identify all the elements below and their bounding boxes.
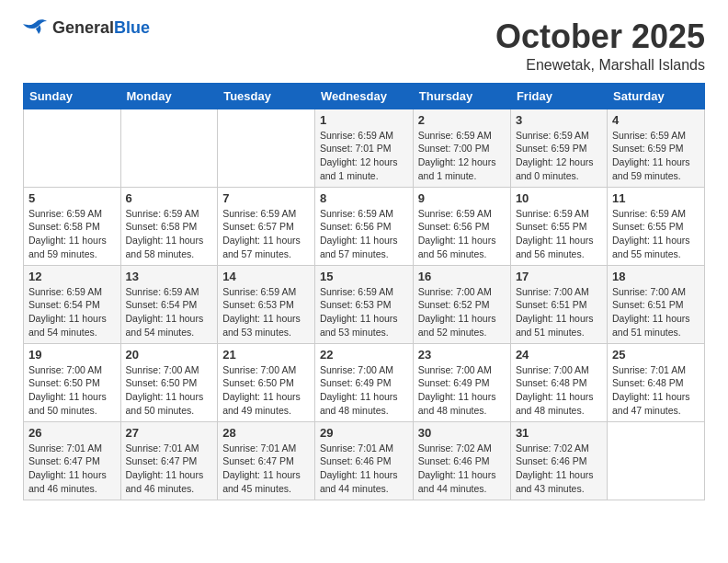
- day-info: Sunrise: 6:59 AM Sunset: 6:59 PM Dayligh…: [612, 129, 700, 183]
- calendar-body: 1Sunrise: 6:59 AM Sunset: 7:01 PM Daylig…: [24, 109, 705, 500]
- calendar-cell: 13Sunrise: 6:59 AM Sunset: 6:54 PM Dayli…: [120, 265, 218, 343]
- calendar-cell: 3Sunrise: 6:59 AM Sunset: 6:59 PM Daylig…: [510, 109, 607, 187]
- calendar-cell: 22Sunrise: 7:00 AM Sunset: 6:49 PM Dayli…: [314, 343, 413, 421]
- weekday-header-saturday: Saturday: [607, 83, 704, 109]
- day-number: 25: [612, 348, 700, 362]
- day-info: Sunrise: 6:59 AM Sunset: 6:58 PM Dayligh…: [126, 207, 213, 261]
- page-header: General Blue October 2025 Enewetak, Mars…: [23, 18, 705, 74]
- day-number: 23: [418, 348, 506, 362]
- day-number: 1: [320, 113, 408, 127]
- weekday-header-thursday: Thursday: [413, 83, 510, 109]
- day-info: Sunrise: 7:00 AM Sunset: 6:52 PM Dayligh…: [418, 285, 506, 339]
- logo: General Blue: [23, 18, 150, 39]
- location-title: Enewetak, Marshall Islands: [495, 57, 705, 74]
- day-info: Sunrise: 7:00 AM Sunset: 6:51 PM Dayligh…: [612, 285, 700, 339]
- calendar-cell: 17Sunrise: 7:00 AM Sunset: 6:51 PM Dayli…: [510, 265, 607, 343]
- weekday-header-monday: Monday: [120, 83, 218, 109]
- day-number: 3: [516, 113, 602, 127]
- calendar-cell: [24, 109, 121, 187]
- calendar-cell: 24Sunrise: 7:00 AM Sunset: 6:48 PM Dayli…: [510, 343, 607, 421]
- day-info: Sunrise: 6:59 AM Sunset: 6:56 PM Dayligh…: [320, 207, 408, 261]
- weekday-row: SundayMondayTuesdayWednesdayThursdayFrid…: [24, 83, 705, 109]
- day-number: 21: [222, 348, 310, 362]
- calendar-week-1: 1Sunrise: 6:59 AM Sunset: 7:01 PM Daylig…: [24, 109, 705, 187]
- day-info: Sunrise: 6:59 AM Sunset: 6:58 PM Dayligh…: [28, 207, 116, 261]
- day-number: 5: [28, 191, 116, 205]
- calendar-cell: 27Sunrise: 7:01 AM Sunset: 6:47 PM Dayli…: [120, 421, 218, 500]
- calendar-cell: 5Sunrise: 6:59 AM Sunset: 6:58 PM Daylig…: [24, 187, 121, 265]
- calendar-cell: [120, 109, 218, 187]
- day-info: Sunrise: 7:01 AM Sunset: 6:47 PM Dayligh…: [28, 442, 116, 496]
- day-info: Sunrise: 6:59 AM Sunset: 6:54 PM Dayligh…: [28, 285, 116, 339]
- day-number: 22: [320, 348, 408, 362]
- day-info: Sunrise: 6:59 AM Sunset: 6:59 PM Dayligh…: [516, 129, 602, 183]
- day-number: 16: [418, 270, 506, 283]
- day-number: 4: [612, 113, 700, 127]
- day-info: Sunrise: 7:02 AM Sunset: 6:46 PM Dayligh…: [418, 442, 506, 496]
- calendar-cell: 7Sunrise: 6:59 AM Sunset: 6:57 PM Daylig…: [218, 187, 315, 265]
- day-info: Sunrise: 6:59 AM Sunset: 7:00 PM Dayligh…: [418, 129, 506, 183]
- calendar-week-5: 26Sunrise: 7:01 AM Sunset: 6:47 PM Dayli…: [24, 421, 705, 500]
- calendar-cell: 9Sunrise: 6:59 AM Sunset: 6:56 PM Daylig…: [413, 187, 510, 265]
- day-number: 6: [126, 191, 213, 205]
- calendar-cell: [607, 421, 704, 500]
- day-info: Sunrise: 6:59 AM Sunset: 6:55 PM Dayligh…: [612, 207, 700, 261]
- calendar-cell: 18Sunrise: 7:00 AM Sunset: 6:51 PM Dayli…: [607, 265, 704, 343]
- calendar-cell: 1Sunrise: 6:59 AM Sunset: 7:01 PM Daylig…: [314, 109, 413, 187]
- logo-general: General: [52, 19, 114, 38]
- day-number: 7: [222, 191, 310, 205]
- calendar-cell: 12Sunrise: 6:59 AM Sunset: 6:54 PM Dayli…: [24, 265, 121, 343]
- calendar-cell: 6Sunrise: 6:59 AM Sunset: 6:58 PM Daylig…: [120, 187, 218, 265]
- logo-blue: Blue: [114, 19, 150, 38]
- day-number: 27: [126, 426, 213, 440]
- day-number: 17: [516, 270, 602, 283]
- calendar-cell: 10Sunrise: 6:59 AM Sunset: 6:55 PM Dayli…: [510, 187, 607, 265]
- day-info: Sunrise: 7:01 AM Sunset: 6:46 PM Dayligh…: [320, 442, 408, 496]
- calendar-cell: 31Sunrise: 7:02 AM Sunset: 6:46 PM Dayli…: [510, 421, 607, 500]
- day-info: Sunrise: 6:59 AM Sunset: 6:56 PM Dayligh…: [418, 207, 506, 261]
- day-number: 8: [320, 191, 408, 205]
- calendar-cell: 28Sunrise: 7:01 AM Sunset: 6:47 PM Dayli…: [218, 421, 315, 500]
- day-number: 24: [516, 348, 602, 362]
- day-info: Sunrise: 7:01 AM Sunset: 6:47 PM Dayligh…: [222, 442, 310, 496]
- calendar-cell: 14Sunrise: 6:59 AM Sunset: 6:53 PM Dayli…: [218, 265, 315, 343]
- day-number: 18: [612, 270, 700, 283]
- day-number: 26: [28, 426, 116, 440]
- day-number: 31: [516, 426, 602, 440]
- day-number: 20: [126, 348, 213, 362]
- calendar-cell: 11Sunrise: 6:59 AM Sunset: 6:55 PM Dayli…: [607, 187, 704, 265]
- day-number: 29: [320, 426, 408, 440]
- calendar-cell: 15Sunrise: 6:59 AM Sunset: 6:53 PM Dayli…: [314, 265, 413, 343]
- logo-bird-icon: [23, 18, 49, 39]
- title-area: October 2025 Enewetak, Marshall Islands: [495, 18, 705, 74]
- calendar-cell: [218, 109, 315, 187]
- calendar-cell: 29Sunrise: 7:01 AM Sunset: 6:46 PM Dayli…: [314, 421, 413, 500]
- weekday-header-wednesday: Wednesday: [314, 83, 413, 109]
- day-info: Sunrise: 7:00 AM Sunset: 6:50 PM Dayligh…: [28, 363, 116, 418]
- day-info: Sunrise: 6:59 AM Sunset: 6:53 PM Dayligh…: [222, 285, 310, 339]
- day-info: Sunrise: 6:59 AM Sunset: 7:01 PM Dayligh…: [320, 129, 408, 183]
- calendar-cell: 30Sunrise: 7:02 AM Sunset: 6:46 PM Dayli…: [413, 421, 510, 500]
- calendar-header: SundayMondayTuesdayWednesdayThursdayFrid…: [24, 83, 705, 109]
- calendar-cell: 25Sunrise: 7:01 AM Sunset: 6:48 PM Dayli…: [607, 343, 704, 421]
- day-info: Sunrise: 7:00 AM Sunset: 6:51 PM Dayligh…: [516, 285, 602, 339]
- day-info: Sunrise: 7:00 AM Sunset: 6:50 PM Dayligh…: [126, 363, 213, 418]
- day-number: 10: [516, 191, 602, 205]
- day-number: 19: [28, 348, 116, 362]
- calendar-cell: 21Sunrise: 7:00 AM Sunset: 6:50 PM Dayli…: [218, 343, 315, 421]
- calendar-cell: 4Sunrise: 6:59 AM Sunset: 6:59 PM Daylig…: [607, 109, 704, 187]
- month-title: October 2025: [495, 18, 705, 55]
- day-number: 14: [222, 270, 310, 283]
- day-info: Sunrise: 6:59 AM Sunset: 6:57 PM Dayligh…: [222, 207, 310, 261]
- calendar-week-2: 5Sunrise: 6:59 AM Sunset: 6:58 PM Daylig…: [24, 187, 705, 265]
- weekday-header-tuesday: Tuesday: [218, 83, 315, 109]
- calendar-cell: 20Sunrise: 7:00 AM Sunset: 6:50 PM Dayli…: [120, 343, 218, 421]
- day-info: Sunrise: 7:01 AM Sunset: 6:47 PM Dayligh…: [126, 442, 213, 496]
- day-info: Sunrise: 7:00 AM Sunset: 6:49 PM Dayligh…: [418, 363, 506, 418]
- day-info: Sunrise: 7:00 AM Sunset: 6:50 PM Dayligh…: [222, 363, 310, 418]
- day-number: 11: [612, 191, 700, 205]
- day-number: 15: [320, 270, 408, 283]
- day-number: 13: [126, 270, 213, 283]
- logo-text: General Blue: [52, 19, 150, 38]
- calendar-cell: 23Sunrise: 7:00 AM Sunset: 6:49 PM Dayli…: [413, 343, 510, 421]
